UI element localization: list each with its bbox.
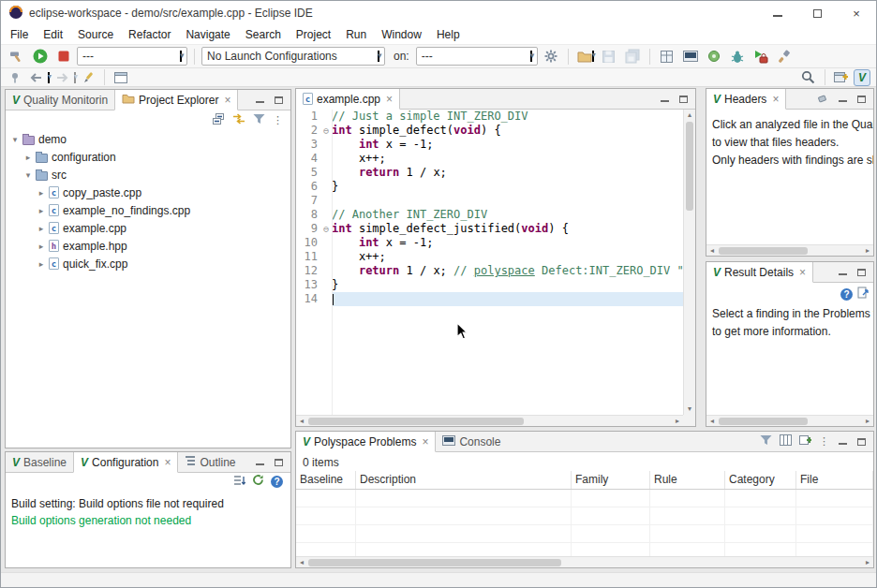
scrollbar-thumb[interactable] (686, 122, 693, 211)
tab-console[interactable]: Console (436, 432, 507, 451)
forward-button[interactable] (53, 69, 70, 86)
minimize-view-button[interactable] (254, 457, 265, 468)
save-all-button[interactable] (622, 46, 643, 66)
expand-arrow-icon[interactable]: ▸ (36, 259, 47, 269)
column-header-family[interactable]: Family (572, 471, 650, 489)
code-area[interactable]: 1// Just a simple INT_ZERO_DIV2⊖int simp… (296, 110, 683, 415)
code-line-13[interactable]: 13} (296, 278, 683, 292)
column-header-baseline[interactable]: Baseline (296, 471, 356, 489)
tree-item-quick-fix-cpp[interactable]: ▸cquick_fix.cpp (6, 255, 290, 272)
minimize-view-button[interactable] (659, 94, 670, 105)
fold-minus-icon[interactable]: ⊖ (320, 124, 332, 138)
debug-button[interactable] (727, 46, 748, 66)
menu-item-help[interactable]: Help (429, 26, 468, 43)
expand-arrow-icon[interactable]: ▸ (36, 206, 47, 215)
fold-minus-icon[interactable]: ⊖ (320, 222, 332, 236)
new-class-button[interactable] (704, 46, 724, 66)
scrollbar-thumb[interactable] (308, 559, 561, 566)
scroll-right-icon[interactable]: ▸ (862, 557, 873, 568)
code-line-7[interactable]: 7 (296, 194, 683, 208)
close-icon[interactable]: × (422, 435, 428, 448)
code-line-2[interactable]: 2⊖int simple_defect(void) { (296, 124, 683, 138)
save-button[interactable] (599, 46, 619, 66)
new-editor-window-button[interactable] (112, 69, 129, 86)
configure-columns-icon[interactable] (780, 434, 792, 448)
tree-item-demo[interactable]: ▾demo (6, 130, 290, 148)
collapse-arrow-icon[interactable]: ▾ (22, 170, 34, 180)
tree-item-copy-paste-cpp[interactable]: ▸ccopy_paste.cpp (6, 184, 290, 201)
search-icon[interactable] (800, 69, 817, 86)
maximize-view-button[interactable] (855, 267, 867, 278)
clear-icon[interactable] (818, 93, 829, 106)
tab-example-cpp[interactable]: c example.cpp × (296, 89, 400, 110)
maximize-view-button[interactable] (855, 94, 867, 105)
maximize-view-button[interactable] (273, 457, 284, 468)
scrollbar-thumb[interactable] (719, 418, 808, 425)
code-line-14[interactable]: 14 (296, 292, 683, 306)
expand-arrow-icon[interactable]: ▸ (36, 224, 47, 233)
minimize-view-button[interactable] (254, 95, 265, 106)
menu-item-search[interactable]: Search (238, 26, 289, 43)
menu-item-edit[interactable]: Edit (36, 26, 70, 43)
scroll-down-icon[interactable]: ▾ (684, 404, 695, 415)
code-line-6[interactable]: 6} (296, 180, 683, 194)
menu-item-source[interactable]: Source (70, 26, 121, 43)
maximize-view-button[interactable] (677, 94, 689, 105)
result-details-horizontal-scrollbar[interactable]: ◂ ▸ (706, 415, 873, 426)
maximize-view-button[interactable] (855, 436, 867, 448)
view-menu-icon[interactable]: ⋮ (273, 114, 283, 126)
close-icon[interactable]: × (772, 93, 779, 106)
tab-headers[interactable]: V Headers × (706, 89, 786, 110)
tab-project-explorer[interactable]: Project Explorer × (114, 90, 238, 110)
target-settings-gear-icon[interactable] (541, 46, 561, 66)
scroll-left-icon[interactable]: ◂ (706, 245, 718, 257)
polyspace-perspective-button[interactable]: V (854, 69, 870, 86)
close-icon[interactable]: × (224, 94, 230, 107)
last-edit-location-button[interactable] (80, 69, 97, 86)
open-type-button[interactable] (657, 46, 677, 66)
run-button[interactable] (30, 46, 51, 66)
format-brush-button[interactable] (774, 46, 795, 66)
problems-horizontal-scrollbar[interactable]: ◂ ▸ (296, 556, 873, 567)
expand-arrow-icon[interactable]: ▸ (22, 153, 34, 162)
minimize-view-button[interactable] (837, 267, 848, 278)
tree-item-src[interactable]: ▾src (6, 166, 290, 184)
menu-item-navigate[interactable]: Navigate (178, 26, 237, 43)
code-line-5[interactable]: 5 return 1 / x; (296, 166, 683, 180)
collapse-arrow-icon[interactable]: ▾ (9, 135, 21, 144)
minimize-view-button[interactable] (837, 94, 848, 105)
console-toolbar-button[interactable] (680, 46, 701, 66)
scroll-right-icon[interactable]: ▸ (862, 416, 873, 427)
launch-target-select[interactable]: --- ▾ (416, 47, 538, 66)
menu-item-project[interactable]: Project (289, 26, 338, 43)
code-line-9[interactable]: 9⊖int simple_defect_justified(void) { (296, 222, 683, 236)
maximize-view-button[interactable] (273, 95, 284, 106)
tab-outline[interactable]: Outline (178, 452, 242, 472)
code-line-10[interactable]: 10 int x = -1; (296, 236, 683, 250)
menu-item-run[interactable]: Run (338, 26, 374, 43)
close-icon[interactable]: × (799, 266, 806, 279)
tab-configuration[interactable]: V Configuration × (73, 452, 178, 473)
column-header-rule[interactable]: Rule (650, 471, 725, 489)
code-line-3[interactable]: 3 int x = -1; (296, 138, 683, 152)
help-icon[interactable]: ? (271, 476, 283, 488)
close-icon[interactable]: × (386, 93, 393, 106)
tab-result-details[interactable]: V Result Details × (706, 262, 813, 283)
expand-arrow-icon[interactable]: ▸ (36, 188, 47, 198)
column-header-category[interactable]: Category (725, 471, 796, 489)
column-header-description[interactable]: Description (356, 471, 572, 489)
link-with-editor-icon[interactable] (232, 113, 245, 127)
tree-item-example-hpp[interactable]: ▸hexample.hpp (6, 237, 290, 255)
code-line-4[interactable]: 4 x++; (296, 152, 683, 166)
code-line-8[interactable]: 8// Another INT_ZERO_DIV (296, 208, 683, 222)
generate-options-icon[interactable] (252, 474, 264, 489)
code-line-11[interactable]: 11 x++; (296, 250, 683, 264)
column-header-file[interactable]: File (796, 471, 873, 489)
close-icon[interactable]: × (164, 456, 171, 469)
filter-icon[interactable] (253, 113, 265, 127)
tab-baseline[interactable]: V Baseline (6, 452, 73, 472)
window-maximize-button[interactable] (797, 1, 837, 25)
tree-item-example-cpp[interactable]: ▸cexample.cpp (6, 219, 290, 237)
open-report-icon[interactable] (857, 287, 869, 301)
menu-item-file[interactable]: File (3, 26, 36, 43)
